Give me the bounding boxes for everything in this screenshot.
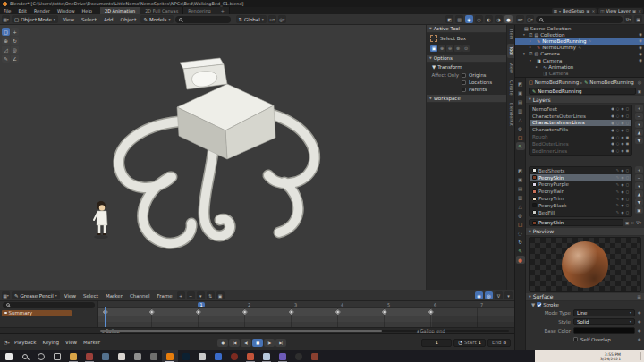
snap-button[interactable]: ∪▾	[268, 15, 276, 23]
lock-icon[interactable]	[626, 175, 629, 180]
layer-list-button[interactable]: ▼	[635, 137, 643, 144]
timeline-menu[interactable]: Playback	[12, 340, 39, 345]
app-steel-icon[interactable]	[97, 350, 114, 362]
lock-icon[interactable]	[626, 128, 629, 132]
app-window-icon[interactable]	[194, 350, 210, 362]
breadcrumb-object[interactable]: NemoBedRunning	[535, 80, 579, 85]
editor-type-button[interactable]: ▦▾	[2, 291, 10, 299]
options-panel-header[interactable]: ▼Options	[427, 55, 506, 63]
select-box-tool[interactable]: ◻	[2, 28, 10, 36]
viewport-shading-button[interactable]: ◐	[485, 15, 493, 23]
animate-dot[interactable]: ●	[638, 328, 640, 333]
outliner-filter-button[interactable]: ≡▾	[516, 15, 524, 23]
eye-icon[interactable]: ◉	[639, 58, 642, 63]
locations-checkbox[interactable]	[462, 80, 466, 85]
search-button[interactable]	[17, 350, 33, 362]
stroke-subpanel-header[interactable]: ▼Stroke	[526, 301, 644, 308]
scene[interactable]: △	[516, 202, 525, 210]
object[interactable]: □	[516, 220, 525, 228]
horizontal-scrollbar[interactable]	[100, 330, 509, 333]
gpencil-datablock-field[interactable]: ✎ NemoBedRunning	[529, 88, 636, 95]
orientation-dropdown[interactable]: ⇅Global▾	[236, 15, 267, 23]
animate-dot[interactable]: ●	[638, 310, 640, 315]
end-frame-field[interactable]: End8	[487, 339, 511, 347]
transform-subpanel-header[interactable]: ▼Transform	[427, 63, 506, 72]
timeline-menu[interactable]: View	[63, 340, 80, 345]
gpencil-layer-row[interactable]: CharactersFills ● ○ ◉	[530, 126, 631, 133]
collection-checkbox[interactable]: ☑	[529, 51, 532, 56]
disclosure-icon[interactable]: ▸	[530, 46, 533, 49]
viewport-shading-button[interactable]: ◉	[465, 15, 473, 23]
animate-dot[interactable]: ●	[638, 337, 640, 341]
preview-panel-header[interactable]: ▼Preview	[526, 228, 644, 236]
dopesheet-header-button[interactable]: −	[187, 291, 195, 299]
dopesheet-menu[interactable]: Select	[80, 293, 101, 299]
layer-list-button[interactable]: ▾	[635, 121, 643, 128]
app-redorange-icon[interactable]	[242, 350, 258, 362]
topbar-menu[interactable]: Window	[54, 7, 79, 14]
dopesheet-filter-icon[interactable]: ▾	[504, 291, 513, 299]
view-layer-selector[interactable]: ◫ View Layer ▣ ×	[598, 8, 643, 14]
close-view-layer-button[interactable]: ×	[638, 9, 641, 13]
base-color-swatch[interactable]	[573, 327, 635, 334]
summary-channel[interactable]: Summary	[2, 310, 72, 316]
collection-checkbox[interactable]: ☑	[529, 32, 532, 38]
viewport-shading-button[interactable]: ◑	[495, 15, 503, 23]
lock-icon[interactable]	[626, 135, 629, 139]
material-datablock-field[interactable]: PeonySkin	[529, 219, 623, 226]
app-darksphere-icon[interactable]	[291, 350, 307, 362]
prev-keyframe-button[interactable]: ◀|	[241, 339, 251, 347]
render[interactable]: ▣	[516, 175, 525, 183]
render[interactable]: ▣	[516, 88, 525, 97]
layer-list-button[interactable]: ▲	[635, 129, 643, 136]
outliner-row[interactable]: ▾ ☑ ▤ Camera ◉	[515, 51, 644, 57]
transform-tool[interactable]: ◎	[11, 46, 19, 54]
material-list-button[interactable]: −	[635, 174, 643, 181]
layers-panel-header[interactable]: ▼Layers	[526, 96, 644, 104]
disclosure-icon[interactable]: ▸	[536, 65, 539, 69]
material-slot-row[interactable]: PeonyTrim ✎ ◉	[530, 195, 631, 202]
outliner-search-input[interactable]	[536, 16, 623, 23]
outliner-row[interactable]: ▸ ✎ NemoDummy ∿ ◉	[515, 45, 644, 51]
dopesheet-menu[interactable]: Channel	[127, 293, 153, 299]
select-mode-button[interactable]: ⊗	[454, 45, 462, 52]
dopesheet-filter-icon[interactable]: ◎	[485, 291, 493, 299]
timeline-ruler[interactable]: 12345678	[98, 301, 514, 308]
gpencil-layer-row[interactable]: Rough ● ○ ◉	[530, 133, 631, 140]
sidebar-tab[interactable]: Tool	[507, 44, 515, 58]
material-slot-row[interactable]: PeonyBlack ✎ ◉	[530, 202, 631, 209]
mask-icon[interactable]: ●	[611, 121, 614, 125]
task-view-button[interactable]	[49, 350, 65, 362]
outliner-display-button[interactable]: ▢▾	[526, 15, 534, 23]
viewport-shading-button[interactable]: ▥	[455, 15, 463, 23]
current-frame-field[interactable]: 1	[421, 339, 452, 347]
viewport-menu[interactable]: Select	[79, 17, 99, 22]
next-keyframe-button[interactable]: |▶	[264, 339, 275, 347]
dopesheet-filter-icon[interactable]: ◉	[475, 291, 483, 299]
topbar-menu[interactable]: Help	[79, 7, 96, 14]
lock-icon[interactable]	[626, 121, 629, 125]
sidebar-tab[interactable]: BlenderKit	[507, 100, 515, 129]
blender-icon[interactable]	[162, 350, 178, 362]
lock-icon[interactable]	[626, 182, 629, 187]
scrollbar-thumb[interactable]	[100, 330, 382, 333]
onion-skin-icon[interactable]: ○	[616, 128, 620, 132]
object-data[interactable]: ✎	[516, 247, 525, 255]
material-list-button[interactable]: ▣	[635, 206, 643, 214]
new-collection-button[interactable]: ▣	[634, 15, 642, 23]
disclosure-icon[interactable]: ▾	[523, 33, 527, 37]
gpencil-layer-row[interactable]: CharactersInnerLines ● ○ ◉	[530, 120, 631, 127]
self-overlap-checkbox[interactable]	[573, 337, 578, 341]
modifiers[interactable]: ◌	[516, 229, 525, 237]
eye-icon[interactable]: ◉	[639, 32, 642, 37]
layer-list-button[interactable]: +	[635, 105, 643, 112]
gpencil-layer-row[interactable]: NemoFeet ● ○ ◉	[530, 105, 631, 113]
jump-start-button[interactable]: |◀	[229, 339, 240, 347]
lock-icon[interactable]	[626, 141, 629, 146]
fake-user-button[interactable]: ▣	[638, 89, 641, 94]
app-gray-small-icon[interactable]	[130, 350, 146, 362]
surface-panel-header[interactable]: ▼Surface≡	[526, 293, 644, 301]
lock-icon[interactable]	[626, 210, 629, 215]
eye-icon[interactable]: ◉	[621, 203, 624, 207]
mask-icon[interactable]: ●	[611, 106, 614, 111]
